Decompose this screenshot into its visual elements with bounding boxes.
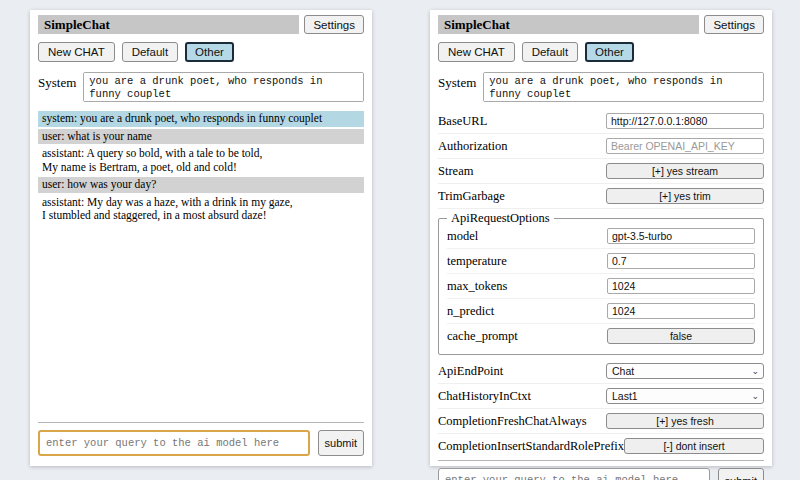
submit-button[interactable]: submit — [318, 430, 364, 456]
setting-row-trimgarbage: TrimGarbage [+] yes trim — [438, 186, 764, 209]
setting-row-completioninsertstandardroleprefix: CompletionInsertStandardRolePrefix [-] d… — [438, 436, 764, 458]
chathistoryinctxt-select[interactable]: Last1 ⌄ — [606, 388, 764, 404]
max-tokens-label: max_tokens — [447, 279, 507, 294]
chevron-down-icon: ⌄ — [751, 367, 759, 376]
setting-row-authorization: Authorization — [438, 136, 764, 159]
baseurl-label: BaseURL — [438, 114, 487, 129]
query-divider — [38, 422, 364, 423]
system-prompt-row: System you are a drunk poet, who respond… — [38, 72, 364, 102]
setting-row-apiendpoint: ApiEndPoint Chat ⌄ — [438, 361, 764, 384]
chat-panel: SimpleChat Settings New CHAT Default Oth… — [30, 10, 372, 466]
chathistoryinctxt-label: ChatHistoryInCtxt — [438, 389, 531, 404]
model-input[interactable] — [607, 228, 755, 244]
setting-row-cache-prompt: cache_prompt false — [447, 326, 755, 348]
authorization-label: Authorization — [438, 139, 507, 154]
chat-history: system: you are a drunk poet, who respon… — [38, 111, 364, 226]
setting-row-temperature: temperature — [447, 251, 755, 274]
authorization-input[interactable] — [606, 138, 764, 154]
system-prompt-input[interactable]: you are a drunk poet, who responds in fu… — [83, 72, 364, 102]
n-predict-input[interactable] — [607, 303, 755, 319]
chat-message-system: system: you are a drunk poet, who respon… — [38, 111, 364, 127]
settings-button[interactable]: Settings — [704, 15, 764, 34]
profile-default-button[interactable]: Default — [122, 42, 178, 62]
n-predict-label: n_predict — [447, 304, 494, 319]
cache-prompt-label: cache_prompt — [447, 329, 518, 344]
api-request-options-fieldset: ApiRequestOptions model temperature max_… — [438, 211, 764, 355]
query-input[interactable] — [38, 430, 310, 456]
system-prompt-input[interactable]: you are a drunk poet, who responds in fu… — [483, 72, 764, 102]
setting-row-n-predict: n_predict — [447, 301, 755, 324]
settings-panel: SimpleChat Settings New CHAT Default Oth… — [430, 10, 772, 466]
setting-row-stream: Stream [+] yes stream — [438, 161, 764, 184]
apiendpoint-select[interactable]: Chat ⌄ — [606, 363, 764, 379]
profile-other-button[interactable]: Other — [585, 42, 634, 62]
completionfreshchatalways-toggle-button[interactable]: [+] yes fresh — [606, 413, 764, 429]
trimgarbage-label: TrimGarbage — [438, 189, 505, 204]
query-divider — [438, 460, 764, 461]
max-tokens-input[interactable] — [607, 278, 755, 294]
settings-button[interactable]: Settings — [304, 15, 364, 34]
chat-message-user: user: how was your day? — [38, 177, 364, 193]
title-bar: SimpleChat Settings — [38, 15, 364, 34]
setting-row-baseurl: BaseURL — [438, 111, 764, 134]
setting-row-model: model — [447, 226, 755, 249]
new-chat-button[interactable]: New CHAT — [438, 42, 515, 62]
profile-default-button[interactable]: Default — [522, 42, 578, 62]
new-chat-button[interactable]: New CHAT — [38, 42, 115, 62]
chevron-down-icon: ⌄ — [751, 392, 759, 401]
setting-row-max-tokens: max_tokens — [447, 276, 755, 299]
trimgarbage-toggle-button[interactable]: [+] yes trim — [606, 188, 764, 204]
apiendpoint-label: ApiEndPoint — [438, 364, 503, 379]
submit-button[interactable]: submit — [718, 468, 764, 480]
system-prompt-label: System — [438, 72, 476, 91]
stream-toggle-button[interactable]: [+] yes stream — [606, 163, 764, 179]
cache-prompt-toggle-button[interactable]: false — [607, 328, 755, 344]
app-title-bar: SimpleChat — [438, 15, 699, 34]
query-area: submit — [438, 460, 764, 480]
temperature-label: temperature — [447, 254, 507, 269]
profile-other-button[interactable]: Other — [185, 42, 234, 62]
baseurl-input[interactable] — [606, 113, 764, 129]
temperature-input[interactable] — [607, 253, 755, 269]
setting-row-completionfreshchatalways: CompletionFreshChatAlways [+] yes fresh — [438, 411, 764, 434]
session-toolbar: New CHAT Default Other — [38, 42, 364, 62]
api-request-options-legend: ApiRequestOptions — [447, 211, 554, 226]
app-title-bar: SimpleChat — [38, 15, 299, 34]
system-prompt-label: System — [38, 72, 76, 91]
chat-message-assistant: assistant: A query so bold, with a tale … — [38, 146, 364, 175]
model-label: model — [447, 229, 478, 244]
app-title: SimpleChat — [444, 17, 510, 32]
stream-label: Stream — [438, 164, 473, 179]
settings-list: BaseURL Authorization Stream [+] yes str… — [438, 111, 764, 460]
query-area: submit — [38, 422, 364, 456]
app-title: SimpleChat — [44, 17, 110, 32]
title-bar: SimpleChat Settings — [438, 15, 764, 34]
query-input[interactable] — [438, 468, 710, 480]
system-prompt-row: System you are a drunk poet, who respond… — [438, 72, 764, 102]
chat-message-assistant: assistant: My day was a haze, with a dri… — [38, 195, 364, 224]
completioninsertstandardroleprefix-label: CompletionInsertStandardRolePrefix — [438, 439, 624, 454]
chathistoryinctxt-selected-value: Last1 — [612, 390, 638, 402]
completioninsertstandardroleprefix-toggle-button[interactable]: [-] dont insert — [624, 438, 764, 454]
setting-row-chathistoryinctxt: ChatHistoryInCtxt Last1 ⌄ — [438, 386, 764, 409]
completionfreshchatalways-label: CompletionFreshChatAlways — [438, 414, 587, 429]
apiendpoint-selected-value: Chat — [612, 365, 634, 377]
chat-message-user: user: what is your name — [38, 129, 364, 145]
session-toolbar: New CHAT Default Other — [438, 42, 764, 62]
